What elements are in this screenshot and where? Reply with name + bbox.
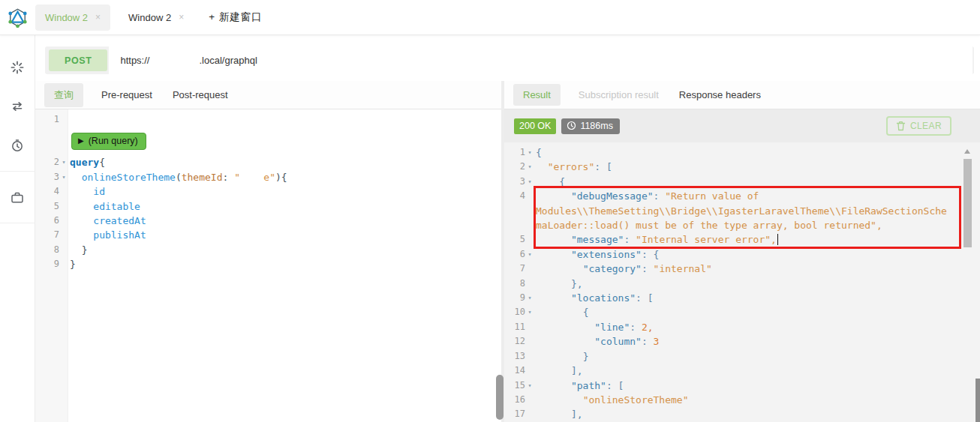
code-line: 17 ], [504, 407, 980, 421]
code-text: { [534, 145, 951, 160]
tab-response-headers[interactable]: Response headers [679, 89, 761, 100]
code-line: 2▾query{ [35, 155, 501, 169]
code-line: 9} [35, 257, 501, 271]
line-number: 7 [504, 262, 534, 276]
response-meta-bar: 200 OK 1186ms CLEAR [504, 109, 980, 142]
sidebar-divider [0, 171, 35, 172]
line-number: 2▾ [504, 160, 534, 174]
scroll-up-arrow-icon[interactable] [964, 149, 970, 154]
code-text: } [68, 243, 87, 257]
code-text: "onlineStoreTheme" [534, 393, 951, 407]
code-line: 16 "onlineStoreTheme" [504, 393, 980, 407]
code-text: onlineStoreTheme(themeId: " e"){ [68, 170, 287, 184]
tab-label: Window 2 [128, 12, 171, 23]
history-clock-icon[interactable] [0, 132, 35, 159]
line-number: 9 [35, 257, 68, 271]
code-line: 9▾ "locations": [ [504, 291, 980, 305]
fold-arrow-icon[interactable]: ▾ [525, 305, 534, 319]
code-text: }, [534, 277, 951, 291]
code-text: "category": "internal" [534, 262, 951, 276]
tab-result[interactable]: Result [513, 84, 561, 106]
line-number: 2▾ [35, 155, 68, 169]
icon-sidebar [0, 35, 35, 422]
close-icon[interactable]: × [95, 12, 101, 22]
query-editor[interactable]: 1▶(Run query)2▾query{3▾ onlineStoreTheme… [35, 109, 501, 422]
new-window-button[interactable]: + 新建窗口 [209, 10, 263, 24]
code-text: ], [534, 407, 951, 421]
code-line: 14 ], [504, 364, 980, 378]
collection-briefcase-icon[interactable] [0, 184, 35, 211]
fold-arrow-icon[interactable]: ▾ [525, 291, 534, 305]
tab-label: Window 2 [45, 12, 88, 23]
result-viewer[interactable]: 1▾{2▾ "errors": [3▾ {4 "debugMessage": "… [504, 142, 980, 422]
code-text: "path": [ [534, 379, 951, 393]
code-line: 6▾ "extensions": { [504, 247, 980, 262]
line-number: 1▾ [504, 145, 534, 160]
line-number: 3▾ [35, 170, 68, 184]
sync-arrows-icon[interactable] [0, 93, 35, 120]
line-number: 13 [504, 349, 534, 364]
loading-spinner-icon[interactable] [0, 54, 35, 81]
code-line: 3▾ onlineStoreTheme(themeId: " e"){ [35, 170, 501, 184]
divider-drag-handle[interactable] [496, 375, 504, 420]
line-number: 5 [504, 232, 534, 247]
clock-icon [567, 121, 576, 130]
line-number: 5 [35, 199, 68, 214]
line-number: 10▾ [504, 305, 534, 319]
page-scrollbar-thumb[interactable] [975, 379, 980, 422]
code-text: query{ [68, 155, 105, 169]
close-icon[interactable]: × [179, 12, 184, 22]
trash-icon [896, 121, 906, 131]
code-line: 8 }, [504, 277, 980, 291]
query-panel: 查询 Pre-request Post-request 1▶(Run query… [35, 81, 501, 422]
tab-subscription-result[interactable]: Subscription result [579, 89, 659, 100]
line-number: 4 [35, 184, 68, 199]
url-input[interactable]: https://.local/graphql [109, 46, 972, 74]
run-query-button[interactable]: ▶(Run query) [71, 133, 146, 150]
line-number: 16 [504, 393, 534, 407]
line-number: 11 [504, 320, 534, 334]
http-method-selector[interactable]: POST [49, 49, 107, 71]
fold-arrow-icon[interactable]: ▾ [59, 170, 68, 184]
window-tab-active[interactable]: Window 2 × [35, 4, 110, 31]
line-number: 6▾ [504, 247, 534, 262]
code-line: 4 id [35, 184, 501, 199]
altair-logo[interactable] [0, 7, 35, 28]
code-text: "message": "Internal server error", [534, 232, 951, 247]
tab-post-request[interactable]: Post-request [173, 89, 228, 100]
top-tab-bar: Window 2 × Window 2 × + 新建窗口 [0, 0, 980, 35]
code-line: 15▾ "path": [ [504, 379, 980, 393]
code-text: editable [68, 199, 140, 214]
fold-arrow-icon[interactable]: ▾ [525, 145, 534, 160]
code-line: 2▾ "errors": [ [504, 160, 980, 174]
clear-button[interactable]: CLEAR [886, 116, 951, 136]
fold-arrow-icon[interactable]: ▾ [525, 379, 534, 393]
query-panel-tabs: 查询 Pre-request Post-request [35, 81, 501, 109]
fold-arrow-icon[interactable]: ▾ [525, 175, 534, 189]
code-text: publishAt [68, 228, 146, 242]
tab-pre-request[interactable]: Pre-request [101, 89, 152, 100]
code-line: 8 } [35, 243, 501, 257]
fold-arrow-icon[interactable]: ▾ [59, 155, 68, 169]
line-number: 9▾ [504, 291, 534, 305]
code-line: 5 editable [35, 199, 501, 214]
code-line: 11 "line": 2, [504, 320, 980, 334]
status-badge: 200 OK [514, 118, 556, 134]
code-text: { [534, 175, 951, 189]
run-query-row: ▶(Run query) [35, 127, 501, 155]
code-text: ], [534, 364, 951, 378]
code-text: "errors": [ [534, 160, 951, 174]
fold-arrow-icon[interactable]: ▾ [525, 247, 534, 262]
request-url-bar: POST https://.local/graphql [45, 46, 974, 74]
line-number: 14 [504, 364, 534, 378]
code-line: 4 "debugMessage": "Return value of Modul… [504, 189, 980, 232]
line-number: 4 [504, 189, 534, 232]
play-icon: ▶ [78, 136, 84, 145]
fold-arrow-icon[interactable]: ▾ [525, 160, 534, 174]
code-text: createdAt [68, 214, 146, 228]
line-number: 7 [35, 228, 68, 242]
tab-query[interactable]: 查询 [44, 83, 83, 107]
result-panel-tabs: Result Subscription result Response head… [504, 81, 980, 109]
window-tab[interactable]: Window 2 × [119, 4, 194, 31]
result-scrollbar-thumb[interactable] [963, 159, 972, 247]
